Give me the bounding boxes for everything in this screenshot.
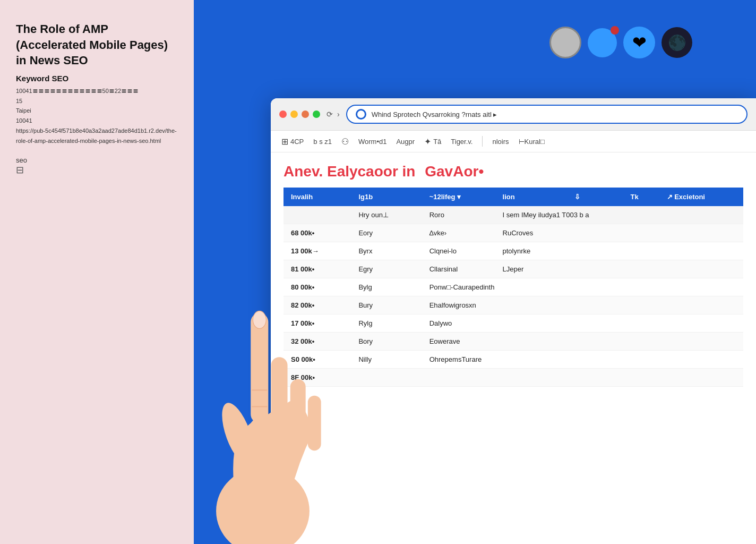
toolbar-item-worn[interactable]: Worm•d1 bbox=[358, 138, 386, 146]
tag-icon: ⊟ bbox=[16, 164, 178, 176]
vol-3: 80 00k• bbox=[284, 278, 351, 296]
col2-7: Nilly bbox=[351, 351, 422, 369]
col5-4 bbox=[567, 296, 743, 314]
col8-0 bbox=[659, 224, 743, 242]
toolbar-item-ta[interactable]: ✦ Tā bbox=[424, 137, 441, 147]
right-panel: ❤ 🌑 ⟳ › Whind Sprotech Qvsarroking ?rnat… bbox=[194, 0, 756, 544]
col3-2: Cllarsinal bbox=[422, 260, 495, 278]
col5-3 bbox=[567, 278, 743, 296]
deco-circle-3: ❤ bbox=[623, 27, 655, 58]
meta-line-4: 10041 bbox=[16, 116, 178, 126]
svg-rect-2 bbox=[251, 313, 268, 423]
toolbar-label-worn: Worm•d1 bbox=[358, 138, 386, 146]
svg-point-9 bbox=[253, 311, 266, 328]
meta-line-3: Taipei bbox=[16, 106, 178, 116]
col2-8 bbox=[351, 369, 422, 387]
col3-1: Clqnei-lo bbox=[422, 242, 495, 260]
toolbar-item-1[interactable]: b s z1 bbox=[313, 138, 332, 146]
col5-0 bbox=[567, 224, 600, 242]
col5-5 bbox=[567, 314, 743, 333]
th-excietoni: ↗ Excietoni bbox=[659, 188, 743, 206]
col5-1 bbox=[567, 242, 743, 260]
subh-roro: Roro bbox=[422, 206, 495, 224]
table-row: S0 00k• Nilly OhrepemsTurare bbox=[284, 351, 743, 369]
table-row: 81 00k• Egry Cllarsinal LJeper bbox=[284, 260, 743, 278]
deco-circle-1 bbox=[549, 27, 581, 58]
meta-line-2: 15 bbox=[16, 96, 178, 106]
toolbar-label-0: 4CP bbox=[290, 138, 304, 146]
vol-0: 68 00k• bbox=[284, 224, 351, 242]
toolbar-icon-0: ⊞ bbox=[281, 137, 288, 147]
fullscreen-button[interactable] bbox=[313, 110, 320, 118]
left-panel: The Role of AMP (Accelerated Mobile Page… bbox=[0, 0, 194, 544]
vol-8: 8F 00k• bbox=[284, 369, 351, 387]
table-row: 82 00k• Bury Ehalfowigrosxn bbox=[284, 296, 743, 314]
toolbar-item-nloirs[interactable]: nloirs bbox=[492, 138, 509, 146]
th-invalih: Invalih bbox=[284, 188, 351, 206]
toolbar-label-nloirs: nloirs bbox=[492, 138, 509, 146]
col2-4: Bury bbox=[351, 296, 422, 314]
col3-6: Eowerave bbox=[422, 333, 567, 351]
toolbar-item-0[interactable]: ⊞ 4CP bbox=[281, 137, 304, 147]
page-title-highlight: GavAor• bbox=[425, 163, 484, 180]
vol-7: S0 00k• bbox=[284, 351, 351, 369]
col6-0 bbox=[599, 224, 623, 242]
vol-4: 82 00k• bbox=[284, 296, 351, 314]
minimize-button[interactable] bbox=[290, 110, 298, 118]
browser-content: Anev. Ealycaoor in GavAor• Invalih lg1b … bbox=[271, 152, 756, 397]
browser-icon bbox=[356, 109, 366, 120]
vol-5: 17 00k• bbox=[284, 314, 351, 333]
col4-8 bbox=[495, 369, 567, 387]
col5-6 bbox=[567, 333, 743, 351]
vol-2: 81 00k• bbox=[284, 260, 351, 278]
col5-8 bbox=[567, 369, 743, 387]
subh-0 bbox=[284, 206, 351, 224]
th-sort[interactable]: ⇩ bbox=[567, 188, 600, 206]
subh-hry: Hry oun⊥ bbox=[351, 206, 422, 224]
col4-0: RuCroves bbox=[495, 224, 567, 242]
th-lgtb: lg1b bbox=[351, 188, 422, 206]
col4-2: LJeper bbox=[495, 260, 567, 278]
table-subheader: Hry oun⊥ Roro I sem IMey iludya1 T003 b … bbox=[284, 206, 743, 224]
toolbar-icon-ta: ✦ bbox=[424, 137, 431, 147]
col2-5: Rylg bbox=[351, 314, 422, 333]
table-row: 32 00k• Bory Eowerave bbox=[284, 333, 743, 351]
th-empty bbox=[599, 188, 623, 206]
col2-2: Egry bbox=[351, 260, 422, 278]
vol-6: 32 00k• bbox=[284, 333, 351, 351]
col5-7 bbox=[567, 351, 743, 369]
data-table: Invalih lg1b ~12lifeg ▾ lion ⇩ Tk ↗ Exci… bbox=[284, 188, 743, 387]
traffic-lights bbox=[279, 110, 320, 118]
page-title: Anev. Ealycaoor in GavAor• bbox=[284, 163, 743, 180]
table-header-row: Invalih lg1b ~12lifeg ▾ lion ⇩ Tk ↗ Exci… bbox=[284, 188, 743, 206]
col3-3: Ponw□-Caurapedinth bbox=[422, 278, 567, 296]
th-12lifeg: ~12lifeg ▾ bbox=[422, 188, 495, 206]
col2-0: Eory bbox=[351, 224, 422, 242]
close-button[interactable] bbox=[279, 110, 287, 118]
address-text: Whind Sprotech Qvsarroking ?rnats aitl ▸ bbox=[372, 110, 497, 118]
vol-1: 13 00k→ bbox=[284, 242, 351, 260]
browser-chrome: ⟳ › Whind Sprotech Qvsarroking ?rnats ai… bbox=[271, 98, 756, 131]
refresh-icon[interactable]: ⟳ bbox=[327, 110, 333, 118]
tag-seo: seo ⊟ bbox=[16, 156, 178, 176]
browser-toolbar: ⊞ 4CP b s z1 ⚇ Worm•d1 Augpr ✦ Tā Tiger.… bbox=[271, 131, 756, 152]
col2-3: Bylg bbox=[351, 278, 422, 296]
deco-circle-4: 🌑 bbox=[662, 27, 692, 58]
table-row: 13 00k→ Byrx Clqnei-lo ptolynrke bbox=[284, 242, 743, 260]
top-circles: ❤ 🌑 bbox=[549, 27, 692, 58]
toolbar-item-tiger[interactable]: Tiger.v. bbox=[451, 138, 472, 146]
th-lion: lion bbox=[495, 188, 567, 206]
toolbar-item-2[interactable]: ⚇ bbox=[341, 137, 349, 147]
toolbar-item-kural[interactable]: ⊢Kural□ bbox=[519, 138, 545, 146]
browser-window: ⟳ › Whind Sprotech Qvsarroking ?rnats ai… bbox=[271, 98, 756, 544]
toolbar-item-augpr[interactable]: Augpr bbox=[396, 138, 415, 146]
col4-1: ptolynrke bbox=[495, 242, 567, 260]
zoom-button[interactable] bbox=[302, 110, 309, 118]
toolbar-icon-2: ⚇ bbox=[341, 137, 349, 147]
col3-0: ∆vke› bbox=[422, 224, 495, 242]
deco-circle-2 bbox=[588, 28, 617, 57]
forward-icon[interactable]: › bbox=[337, 110, 340, 118]
col7-0 bbox=[623, 224, 659, 242]
address-bar[interactable]: Whind Sprotech Qvsarroking ?rnats aitl ▸ bbox=[346, 105, 748, 124]
toolbar-label-1: b s z1 bbox=[313, 138, 332, 146]
